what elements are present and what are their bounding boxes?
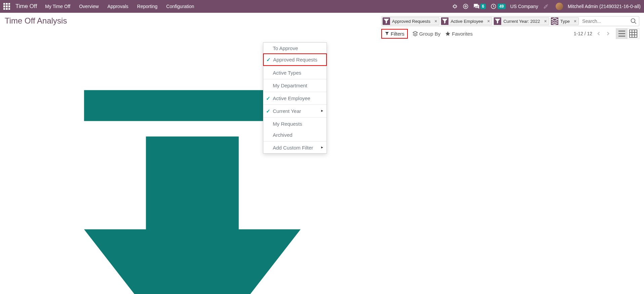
bug-icon[interactable] — [452, 3, 458, 9]
svg-point-1 — [463, 4, 468, 9]
facet-approved-requests: Approved Requests × — [382, 17, 439, 25]
menu-approvals[interactable]: Approvals — [108, 4, 128, 9]
page-title: Time Off Analysis — [5, 16, 378, 26]
svg-point-4 — [631, 19, 635, 23]
facet-remove[interactable]: × — [485, 18, 492, 24]
svg-point-0 — [454, 5, 456, 8]
filter-option[interactable]: Archived — [263, 129, 327, 140]
apps-icon[interactable] — [3, 3, 10, 10]
filter-option[interactable]: Current Year — [263, 106, 327, 117]
search-icon[interactable] — [630, 18, 637, 25]
facet-type: Type × — [551, 17, 579, 25]
facet-remove[interactable]: × — [572, 18, 578, 24]
menu-reporting[interactable]: Reporting — [137, 4, 158, 9]
filter-option[interactable]: My Requests — [263, 118, 327, 129]
avatar[interactable] — [556, 3, 563, 10]
pager-text[interactable]: 1-12 / 12 — [574, 31, 592, 36]
star-icon — [445, 31, 450, 36]
messaging-icon[interactable]: 6 — [473, 3, 486, 9]
funnel-icon — [441, 17, 448, 25]
svg-rect-5 — [630, 30, 637, 38]
funnel-icon — [494, 17, 501, 25]
filter-option[interactable]: Active Employee — [263, 93, 327, 104]
layers-icon — [413, 31, 418, 36]
pager-next[interactable] — [605, 31, 611, 37]
facet-current-year: Current Year: 2022 × — [493, 17, 549, 25]
chat-count: 6 — [480, 4, 486, 9]
svg-point-2 — [465, 6, 466, 7]
funnel-icon — [385, 31, 389, 36]
funnel-icon — [383, 17, 390, 25]
filter-option[interactable]: My Department — [263, 80, 327, 91]
facet-active-employee: Active Employee × — [441, 17, 492, 25]
facet-remove[interactable]: × — [542, 18, 549, 24]
filter-option[interactable]: To Approve — [263, 43, 327, 54]
user-menu[interactable]: Mitchell Admin (21490321-16-0-all) — [568, 4, 641, 9]
pager: 1-12 / 12 — [574, 31, 611, 37]
search-input[interactable] — [580, 17, 628, 25]
search-bar[interactable]: Approved Requests × Active Employee × Cu… — [381, 16, 639, 26]
support-icon[interactable] — [463, 3, 469, 9]
menu-overview[interactable]: Overview — [79, 4, 98, 9]
filters-button[interactable]: Filters — [381, 29, 408, 39]
favorites-button[interactable]: Favorites — [445, 31, 473, 37]
list-view-button[interactable] — [616, 29, 628, 39]
app-name[interactable]: Time Off — [15, 3, 37, 10]
pivot-view-button[interactable] — [628, 29, 639, 39]
layers-icon — [551, 17, 558, 25]
toolbar: Filters Group By Favorites 1-12 / 12 — [381, 28, 639, 39]
view-switcher — [616, 28, 639, 39]
company-selector[interactable]: US Company — [510, 4, 538, 9]
top-menu: My Time Off Overview Approvals Reporting… — [45, 4, 194, 9]
facet-remove[interactable]: × — [432, 18, 439, 24]
groupby-button[interactable]: Group By — [413, 31, 440, 37]
filter-option[interactable]: Add Custom Filter — [263, 142, 327, 153]
topbar: Time Off My Time Off Overview Approvals … — [0, 0, 644, 13]
topbar-right: 6 49 US Company Mitchell Admin (21490321… — [452, 3, 641, 10]
tools-icon[interactable] — [543, 3, 549, 9]
activity-icon[interactable]: 49 — [490, 3, 505, 9]
pager-prev[interactable] — [596, 31, 602, 37]
menu-my-time-off[interactable]: My Time Off — [45, 4, 70, 9]
filter-option[interactable]: Active Types — [263, 67, 327, 78]
filter-option[interactable]: Approved Requests — [263, 53, 327, 66]
filters-dropdown: To ApproveApproved RequestsActive TypesM… — [263, 42, 327, 154]
menu-configuration[interactable]: Configuration — [166, 4, 194, 9]
activity-count: 49 — [498, 4, 505, 9]
